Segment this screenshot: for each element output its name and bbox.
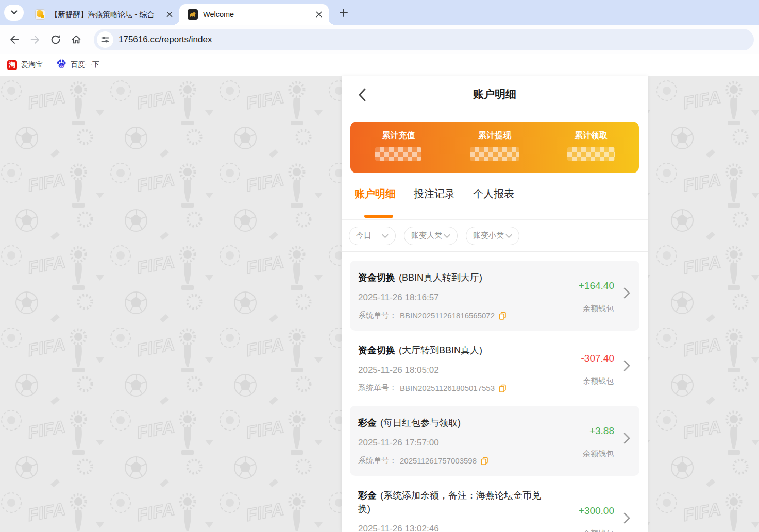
- copy-button[interactable]: [499, 384, 507, 392]
- transaction-row[interactable]: 资金切换(BBIN真人转到大厅)2025-11-26 18:16:57系统单号：…: [350, 261, 639, 331]
- transaction-type: 资金切换: [358, 272, 395, 283]
- row-chevron-right[interactable]: [623, 359, 631, 374]
- arrow-right-icon: [29, 34, 41, 45]
- svg-text:du: du: [59, 64, 63, 67]
- transaction-title: 彩金(每日红包参与领取): [358, 416, 552, 430]
- row-chevron-right[interactable]: [623, 432, 631, 447]
- transaction-order-row: 系统单号：BBIN202511261805017553: [358, 383, 552, 393]
- bookmark-label: 百度一下: [71, 60, 99, 70]
- chevron-down-icon: [444, 231, 450, 241]
- url-text: 175616.cc/reports/index: [119, 35, 212, 45]
- chevron-right-icon: [623, 359, 631, 372]
- tab-search-button[interactable]: [4, 5, 24, 21]
- close-icon: [166, 11, 173, 18]
- tab-strip: 【新提醒】海燕策略论坛 - 综合Welcome: [0, 0, 759, 25]
- copy-icon: [499, 384, 507, 392]
- report-tabs: 账户明细投注记录个人报表: [342, 173, 648, 220]
- transaction-amount: +164.40: [579, 280, 614, 291]
- back-button[interactable]: [355, 88, 369, 102]
- chevron-left-icon: [358, 88, 366, 101]
- chevron-down-icon: [382, 234, 389, 238]
- panel-header: 账户明细: [342, 76, 648, 112]
- row-chevron-right[interactable]: [623, 287, 631, 301]
- forward-nav-button[interactable]: [25, 29, 45, 50]
- tab-个人报表[interactable]: 个人报表: [473, 187, 514, 219]
- masked-stat-value: [567, 147, 615, 161]
- filter-label: 账变小类: [473, 231, 504, 241]
- transaction-row[interactable]: 资金切换(大厅转到BBIN真人)2025-11-26 18:05:02系统单号：…: [350, 333, 639, 403]
- tab-title: Welcome: [203, 10, 314, 19]
- arrow-left-icon: [9, 34, 20, 45]
- transaction-datetime: 2025-11-26 13:02:46: [358, 524, 552, 532]
- transaction-description: (系统添加余额，备注：海燕论坛金币兑换): [358, 490, 541, 514]
- filter-dropdown-2[interactable]: 账变大类: [404, 227, 458, 245]
- bookmarks-bar: 淘爱淘宝du百度一下: [0, 54, 759, 76]
- order-number: BBIN202511261805017553: [400, 384, 495, 392]
- gold-emblem-icon: [189, 11, 196, 18]
- filter-dropdown-1[interactable]: 今日: [349, 227, 396, 245]
- tab-close-button[interactable]: [165, 10, 174, 19]
- stat-3: 累计领取: [543, 122, 639, 173]
- chevron-down-icon: [382, 231, 389, 241]
- copy-button[interactable]: [499, 312, 507, 320]
- transaction-type: 资金切换: [358, 345, 395, 355]
- forum-yellow-icon: [35, 9, 45, 20]
- transaction-list: 资金切换(BBIN真人转到大厅)2025-11-26 18:16:57系统单号：…: [342, 252, 648, 532]
- tab-list: 【新提醒】海燕策略论坛 - 综合Welcome: [27, 4, 329, 25]
- copy-button[interactable]: [481, 457, 488, 465]
- browser-toolbar: 175616.cc/reports/index: [0, 25, 759, 54]
- transaction-row[interactable]: 彩金(每日红包参与领取)2025-11-26 17:57:00系统单号：2025…: [350, 406, 639, 476]
- home-button[interactable]: [66, 29, 87, 50]
- masked-stat-value: [470, 147, 519, 161]
- tune-icon: [101, 36, 109, 44]
- browser-tab-2[interactable]: Welcome: [179, 4, 329, 25]
- close-icon: [316, 11, 322, 18]
- transaction-description: (大厅转到BBIN真人): [399, 345, 482, 355]
- stat-label: 累计充值: [382, 130, 415, 141]
- stat-label: 累计提现: [478, 130, 511, 141]
- stat-label: 累计领取: [575, 130, 608, 141]
- chevron-right-icon: [623, 432, 631, 444]
- cumulative-stats-card: 累计充值累计提现累计领取: [350, 122, 639, 173]
- row-chevron-right[interactable]: [623, 512, 631, 526]
- filter-dropdown-3[interactable]: 账变小类: [466, 227, 519, 245]
- transaction-datetime: 2025-11-26 18:05:02: [358, 365, 552, 375]
- chevron-down-icon: [505, 231, 512, 241]
- reload-button[interactable]: [45, 29, 66, 50]
- account-detail-panel: 账户明细 累计充值累计提现累计领取 账户明细投注记录个人报表 今日账变大类账变小…: [342, 76, 648, 532]
- transaction-wallet: 余额钱包: [583, 376, 614, 386]
- masked-stat-value: [375, 147, 421, 161]
- tab-title: 【新提醒】海燕策略论坛 - 综合: [50, 10, 165, 20]
- filter-bar: 今日账变大类账变小类: [342, 220, 648, 252]
- transaction-title: 资金切换(BBIN真人转到大厅): [358, 271, 552, 284]
- new-tab-button[interactable]: [335, 4, 352, 22]
- transaction-amount: +3.88: [589, 425, 614, 437]
- stat-2: 累计提现: [447, 122, 543, 173]
- browser-window: 【新提醒】海燕策略论坛 - 综合Welcome: [0, 0, 759, 532]
- transaction-order-row: 系统单号：202511261757003598: [358, 456, 552, 466]
- tab-close-button[interactable]: [314, 10, 324, 19]
- chevron-down-icon: [505, 234, 512, 238]
- order-number: 202511261757003598: [400, 456, 477, 465]
- page-title: 账户明细: [342, 76, 648, 112]
- site-settings-button[interactable]: [97, 31, 113, 48]
- plus-icon: [340, 9, 348, 17]
- active-tab-underline: [364, 215, 393, 218]
- order-label: 系统单号：: [358, 456, 397, 466]
- back-nav-button[interactable]: [4, 29, 25, 50]
- bookmark-item-2[interactable]: du百度一下: [56, 59, 99, 71]
- reload-icon: [50, 34, 61, 45]
- transaction-type: 彩金: [358, 490, 377, 501]
- baidu-paw-icon: du: [56, 59, 66, 69]
- taobao-icon: 淘: [7, 60, 17, 70]
- tab-投注记录[interactable]: 投注记录: [414, 187, 455, 219]
- bookmark-item-1[interactable]: 淘爱淘宝: [7, 60, 43, 70]
- chevron-down-icon: [11, 10, 18, 15]
- browser-tab-1[interactable]: 【新提醒】海燕策略论坛 - 综合: [27, 4, 179, 25]
- transaction-order-row: 系统单号：BBIN202511261816565072: [358, 311, 552, 320]
- address-bar[interactable]: 175616.cc/reports/index: [94, 29, 754, 50]
- transaction-row[interactable]: 彩金(系统添加余额，备注：海燕论坛金币兑换)2025-11-26 13:02:4…: [350, 478, 639, 532]
- home-icon: [71, 34, 82, 45]
- transaction-wallet: 余额钱包: [583, 529, 614, 532]
- transaction-description: (BBIN真人转到大厅): [399, 272, 482, 283]
